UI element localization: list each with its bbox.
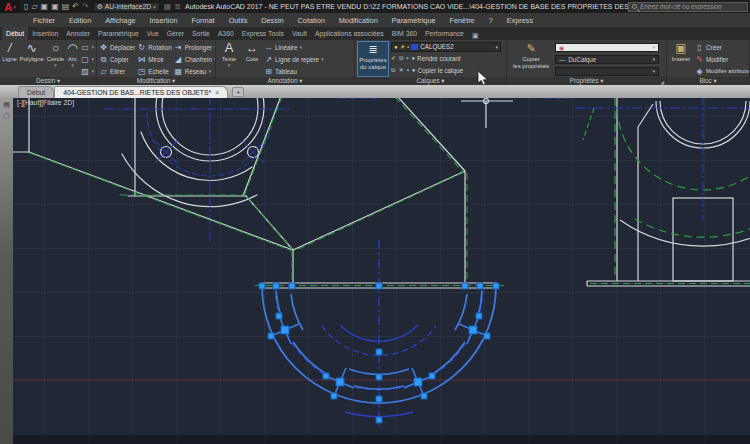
center-funnel-drawing[interactable] bbox=[293, 98, 513, 283]
layer-dropdown[interactable]: ● ☀ ▪ CALQUES2 ▾ bbox=[391, 42, 501, 52]
workspace-switcher[interactable]: ⚙ AU-interface2D ▾ bbox=[93, 2, 160, 12]
edit-attributes-button[interactable]: ◈Modifier attributs bbox=[695, 66, 747, 77]
text-button[interactable]: A Texte ▾ bbox=[218, 41, 240, 77]
save-icon[interactable]: ▣ bbox=[41, 0, 49, 13]
leader-button[interactable]: ↗Ligne de repère▾ bbox=[264, 54, 352, 65]
copy-button[interactable]: ⧉Copier bbox=[99, 54, 135, 65]
circle-button[interactable]: ○ Cercle ▾ bbox=[46, 41, 64, 77]
make-current-button[interactable]: ✔ ⧉ ▪ ● Rendre courant bbox=[391, 53, 501, 64]
arc-button[interactable]: ◠ Arc ▾ bbox=[67, 41, 79, 77]
panel-label-dessin[interactable]: Dessin ▾ bbox=[0, 77, 96, 85]
object-color-dropdown[interactable]: ◉ ▾ bbox=[555, 43, 659, 52]
titlebar-extra-icons: ▦ ≣ bbox=[164, 0, 181, 13]
panel-proprietes: ✎ Copier les propriétés ◉ ▾ — DuCalque ▾ bbox=[507, 40, 667, 85]
tab-bim360[interactable]: BIM 360 bbox=[388, 27, 421, 40]
panel-label-bloc[interactable]: Bloc ▾ bbox=[667, 77, 749, 85]
tab-performance[interactable]: Performance bbox=[421, 27, 468, 40]
extend-icon: ⇥ bbox=[174, 43, 183, 52]
rectangle-button[interactable]: ▭▾ bbox=[80, 42, 94, 53]
new-file-icon[interactable]: ▯ bbox=[24, 0, 28, 13]
tab-gerer[interactable]: Gérer bbox=[163, 27, 188, 40]
palette-icon-2[interactable]: ▢ bbox=[2, 112, 11, 120]
close-icon[interactable]: × bbox=[215, 89, 219, 96]
palette-icon-1[interactable]: ▤ bbox=[2, 101, 11, 109]
linear-dim-button[interactable]: ↔Linéaire▾ bbox=[264, 42, 352, 53]
panel-label-proprietes[interactable]: Propriétés ▾ ◢ bbox=[507, 77, 666, 85]
stretch-button[interactable]: ▱Etirer bbox=[99, 66, 135, 77]
file-tab-active[interactable]: 404-GESTION DE BAS...RIETES DES OBJETS* … bbox=[54, 86, 228, 98]
polyline-button[interactable]: ∿ Polyligne bbox=[19, 41, 44, 77]
scale-button[interactable]: ◳Echelle bbox=[137, 66, 171, 77]
extend-button[interactable]: ⇥Prolonger▾ bbox=[174, 42, 214, 53]
menu-insertion[interactable]: Insertion bbox=[143, 16, 185, 25]
line-button[interactable]: / Ligne bbox=[2, 41, 17, 77]
undo-icon[interactable]: ↶ bbox=[72, 0, 79, 13]
tab-express-tools[interactable]: Express Tools bbox=[238, 27, 288, 40]
tab-sortie[interactable]: Sortie bbox=[188, 27, 214, 40]
menu-outils[interactable]: Outils bbox=[222, 16, 255, 25]
linetype-dropdown[interactable]: ▾ bbox=[555, 67, 659, 76]
panel-label-modification[interactable]: Modification ▾ bbox=[97, 77, 215, 85]
menu-dessin[interactable]: Dessin bbox=[254, 16, 290, 25]
menu-parametrique[interactable]: Paramétrique bbox=[385, 16, 443, 25]
rotate-button[interactable]: ↻Rotation bbox=[137, 42, 171, 53]
chamfer-button[interactable]: ◢Chanfrein▾ bbox=[174, 54, 214, 65]
tab-a360[interactable]: A360 bbox=[214, 27, 238, 40]
lineweight-dropdown[interactable]: — DuCalque ▾ bbox=[555, 55, 659, 64]
ribbon-options-icon[interactable]: ▣ bbox=[472, 32, 479, 40]
lineweight-icon: — bbox=[559, 56, 565, 63]
ribbon-tab-row: Début Insertion Annoter Paramétrique Vue… bbox=[0, 27, 750, 40]
menu-affichage[interactable]: Affichage bbox=[98, 16, 142, 25]
right-view-drawing[interactable] bbox=[575, 98, 750, 286]
tab-annoter[interactable]: Annoter bbox=[62, 27, 94, 40]
match-properties-button[interactable]: ✎ Copier les propriétés bbox=[509, 41, 553, 77]
tab-vault[interactable]: Vault bbox=[288, 27, 311, 40]
table-button[interactable]: ⊞Tableau bbox=[264, 66, 352, 77]
array-button[interactable]: ▦Réseau▾ bbox=[174, 66, 214, 77]
tab-applications-associees[interactable]: Applications associées bbox=[311, 27, 388, 40]
match-properties-icon: ✎ bbox=[526, 41, 535, 56]
hatch-button[interactable]: ▨▾ bbox=[80, 66, 94, 77]
list-icon[interactable]: ≣ bbox=[174, 0, 181, 13]
mirror-button[interactable]: ⋈Miroir bbox=[137, 54, 171, 65]
open-file-icon[interactable]: ▱ bbox=[31, 0, 37, 13]
table-label: Tableau bbox=[275, 68, 297, 75]
menu-fichier[interactable]: Fichier bbox=[26, 16, 62, 25]
create-block-button[interactable]: ▯Créer bbox=[695, 42, 747, 53]
menu-modification[interactable]: Modification bbox=[332, 16, 385, 25]
menu-express[interactable]: Express bbox=[500, 16, 540, 25]
title-bar: A ▾ ▯ ▱ ▣ ▣ ▤ ↶ ↷ ⚙ AU-interface2D ▾ ▦ ≣… bbox=[0, 0, 750, 13]
help-search-field[interactable]: Entrez mot-clé ou expression bbox=[628, 2, 748, 12]
model-space[interactable]: [-][Haut][Filaire 2D] bbox=[13, 98, 750, 444]
linear-dim-icon: ↔ bbox=[264, 43, 273, 52]
edit-attributes-label: Modifier attributs bbox=[706, 68, 749, 74]
menu-aide[interactable]: ? bbox=[482, 16, 500, 25]
dimension-button[interactable]: ↔ Cote bbox=[242, 41, 262, 77]
palette-sidebar[interactable]: ▤ ▢ bbox=[0, 98, 13, 444]
move-button[interactable]: ✥Déplacer bbox=[99, 42, 135, 53]
menu-cotation[interactable]: Cotation bbox=[291, 16, 332, 25]
app-menu-button[interactable]: A ▾ bbox=[0, 0, 20, 13]
match-properties-label2: les propriétés bbox=[513, 63, 549, 70]
menu-format[interactable]: Format bbox=[185, 16, 222, 25]
edit-block-button[interactable]: ✎Modifier bbox=[695, 54, 747, 65]
print-icon[interactable]: ▤ bbox=[62, 0, 70, 13]
drawing-canvas[interactable] bbox=[13, 98, 750, 444]
left-view-drawing[interactable] bbox=[13, 98, 568, 283]
viewport-controls[interactable]: [-][Haut][Filaire 2D] bbox=[17, 99, 74, 106]
layer-properties-button[interactable]: ≣ Propriétés du calque bbox=[357, 41, 389, 77]
ellipse-button[interactable]: ▢▾ bbox=[80, 54, 94, 65]
save-as-icon[interactable]: ▣ bbox=[51, 0, 59, 13]
insert-block-button[interactable]: ▣ Insérer bbox=[669, 41, 693, 77]
tab-vue[interactable]: Vue bbox=[143, 27, 163, 40]
panel-label-annotation[interactable]: Annotation ▾ bbox=[216, 77, 354, 85]
menu-edition[interactable]: Edition bbox=[62, 16, 98, 25]
new-tab-button[interactable]: + bbox=[232, 87, 244, 97]
redo-icon[interactable]: ↷ bbox=[82, 0, 89, 13]
tab-debut[interactable]: Début bbox=[2, 27, 28, 40]
tab-parametrique[interactable]: Paramétrique bbox=[94, 27, 143, 40]
file-tab-start[interactable]: Début bbox=[18, 86, 54, 98]
tab-insertion[interactable]: Insertion bbox=[28, 27, 62, 40]
menu-fenetre[interactable]: Fenêtre bbox=[443, 16, 482, 25]
grid-icon[interactable]: ▦ bbox=[164, 0, 172, 13]
